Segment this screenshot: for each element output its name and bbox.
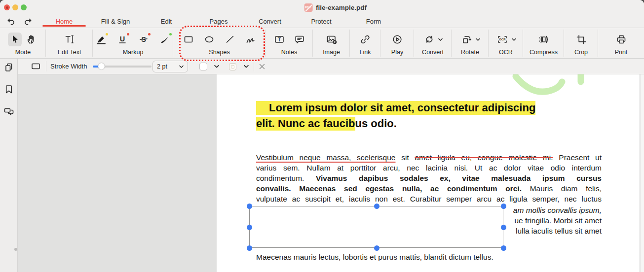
freehand-green-annotation[interactable]: [512, 74, 596, 102]
undo-button[interactable]: [6, 17, 16, 27]
selected-rectangle-shape[interactable]: [249, 206, 503, 248]
text-box-icon[interactable]: T: [272, 33, 286, 46]
tab-pages[interactable]: Pages: [210, 15, 228, 28]
group-label-notes: Notes: [281, 49, 298, 56]
compress-icon[interactable]: [537, 33, 551, 46]
group-label-shapes: Shapes: [209, 49, 229, 56]
shape-preview-icon: [31, 59, 41, 74]
tab-protect[interactable]: Protect: [311, 15, 331, 28]
fill-color-chevron[interactable]: [213, 59, 219, 74]
convert-dropdown-chevron[interactable]: [438, 38, 443, 41]
document-canvas[interactable]: Lorem ipsum dolor sit amet, consectetur …: [18, 74, 644, 272]
resize-handle-top-middle[interactable]: [374, 204, 379, 209]
group-label-edit-text: Edit Text: [58, 49, 81, 56]
group-label-markup: Markup: [123, 49, 144, 56]
rotate-icon[interactable]: [460, 33, 473, 46]
tab-convert[interactable]: Convert: [259, 15, 281, 28]
comment-icon[interactable]: [293, 33, 306, 46]
group-edit-text: Edit Text: [46, 28, 93, 58]
crop-icon[interactable]: [574, 33, 588, 46]
underline-icon[interactable]: U: [115, 33, 129, 46]
zoom-button[interactable]: [21, 4, 27, 10]
resize-handle-top-right[interactable]: [501, 204, 506, 209]
link-icon[interactable]: [358, 33, 372, 46]
tab-fill-sign[interactable]: Fill & Sign: [101, 15, 130, 28]
rotate-dropdown-chevron[interactable]: [476, 38, 480, 41]
hand-tool-button[interactable]: [25, 33, 38, 46]
stroke-color-swatch[interactable]: [229, 63, 236, 70]
group-label-print: Print: [615, 49, 628, 56]
highlighter-icon[interactable]: [94, 33, 108, 46]
resize-handle-bottom-middle[interactable]: [374, 245, 379, 251]
edit-text-button[interactable]: [63, 33, 76, 46]
rectangle-shape-icon[interactable]: [182, 33, 195, 46]
strikethrough-icon[interactable]: S: [137, 33, 151, 46]
group-label-crop: Crop: [574, 49, 588, 56]
body-text: condimentum.: [256, 174, 316, 182]
marker-pen-icon[interactable]: [158, 33, 172, 46]
highlighted-heading-line1: Lorem ipsum dolor sit amet, consectetur …: [256, 101, 535, 115]
group-crop: Crop: [564, 28, 598, 58]
resize-handle-middle-left[interactable]: [247, 225, 252, 230]
ocr-icon[interactable]: OCR: [495, 33, 509, 46]
svg-text:U: U: [120, 35, 125, 43]
ellipse-shape-icon[interactable]: [202, 33, 216, 46]
highlighter-color-dot: [106, 33, 108, 35]
stroke-width-label: Stroke Width: [50, 59, 87, 74]
group-label-compress: Compress: [530, 49, 558, 56]
body-text-line: varius sem. Nullam at porttitor arcu, ne…: [256, 163, 602, 173]
stroke-color-chevron[interactable]: [243, 59, 249, 74]
line-shape-icon[interactable]: [223, 33, 237, 46]
add-image-icon[interactable]: [325, 33, 339, 46]
svg-text:OCR: OCR: [499, 38, 506, 41]
slider-thumb[interactable]: [98, 63, 105, 69]
group-label-rotate: Rotate: [461, 49, 479, 56]
bookmarks-icon[interactable]: [3, 83, 15, 95]
highlighted-heading-line2: elit. Nunc ac faucib: [256, 117, 355, 131]
stroke-width-value: 2 pt: [157, 63, 167, 70]
navigation-sidebar: [0, 59, 18, 272]
freehand-shape-icon[interactable]: [244, 33, 258, 46]
resize-handle-top-left[interactable]: [247, 204, 252, 209]
resize-handle-bottom-right[interactable]: [501, 245, 506, 251]
titlebar: PDF file-example.pdf: [0, 0, 644, 15]
redo-button[interactable]: [23, 17, 33, 27]
comments-panel-icon[interactable]: [3, 105, 15, 117]
print-icon[interactable]: [614, 33, 628, 46]
group-print: Print: [598, 28, 644, 58]
close-shape-toolbar-button[interactable]: [259, 59, 265, 74]
divider: [254, 61, 254, 71]
red-strikethrough-text: amet ligula eu, congue molestie mi.: [415, 153, 553, 162]
minimize-button[interactable]: [12, 4, 18, 10]
page-right-gutter: [641, 74, 644, 272]
group-mode: Mode: [0, 28, 46, 58]
fill-color-swatch[interactable]: [199, 63, 207, 70]
play-icon[interactable]: [390, 33, 404, 46]
resize-handle-bottom-left[interactable]: [247, 245, 252, 251]
select-tool-button[interactable]: [8, 33, 22, 46]
pdf-page[interactable]: Lorem ipsum dolor sit amet, consectetur …: [217, 74, 640, 272]
group-shapes: Shapes: [173, 28, 265, 58]
body-text: Mauris diam felis,: [522, 184, 602, 193]
convert-icon[interactable]: [423, 33, 436, 46]
sidebar-scroll-indicator[interactable]: [14, 248, 17, 251]
body-text: Praesent ut: [553, 153, 602, 162]
group-compress: Compress: [523, 28, 564, 58]
page-thumbnails-icon[interactable]: [3, 62, 15, 73]
group-label-ocr: OCR: [499, 49, 513, 56]
body-text: sit: [395, 153, 415, 162]
group-image: Image: [313, 28, 350, 58]
stroke-width-slider[interactable]: [93, 66, 152, 68]
pdf-editor-window: PDF file-example.pdf Home Fill & Sign Ed…: [0, 0, 644, 272]
tab-edit[interactable]: Edit: [161, 15, 172, 28]
group-rotate: Rotate: [452, 28, 489, 58]
close-button[interactable]: [4, 4, 10, 10]
ocr-dropdown-chevron[interactable]: [512, 38, 516, 41]
group-label-convert: Convert: [422, 49, 444, 56]
resize-handle-middle-right[interactable]: [501, 225, 506, 230]
tab-form[interactable]: Form: [366, 15, 381, 28]
stroke-width-select[interactable]: 2 pt: [152, 61, 188, 72]
main-toolbar: Mode Edit Text U S: [0, 28, 644, 59]
document-heading: Lorem ipsum dolor sit amet, consectetur …: [256, 100, 602, 132]
red-underlined-text: Vestibulum neque massa, scelerisque: [256, 153, 395, 162]
